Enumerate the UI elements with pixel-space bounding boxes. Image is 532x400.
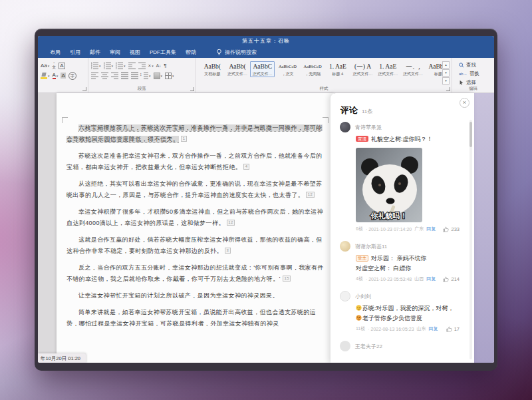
comment-floor: 11楼 [356,325,365,332]
avatar[interactable] [340,341,350,351]
tab-review[interactable]: 审阅 [110,49,120,56]
avatar[interactable] [340,241,350,252]
sort-button[interactable]: A↓ [156,63,162,68]
style-item[interactable]: AaBbCcD，正文 [275,61,300,77]
bullets-button[interactable]: ▾ [91,63,101,69]
scrollbar-thumb[interactable] [469,122,472,147]
paragraph[interactable]: 六枚宝箱摆放茶几上，苏晓这次开宝箱，准备操作一番，并非是与凯撒一同操作，那可能会… [66,122,324,145]
styles-group-label: 样式 [196,86,452,92]
styles-scroll-down-icon[interactable]: ▾ [442,69,450,77]
find-button[interactable]: 查找 [455,61,493,69]
paragraph[interactable]: 幸运女神积攒了很多年，才积攒50多滴幸运神血，但之前与苏晓合作两次后，她的幸运神… [66,206,324,229]
paragraph[interactable]: 这就是合作互赢的好处，倘若苏晓大幅度压榨幸运女神所得收益，那他的收益的确高，但这… [66,234,324,257]
comment-count-badge[interactable]: 1 [181,136,187,142]
document-page[interactable]: 六枚宝箱摆放茶几上，苏晓这次开宝箱，准备操作一番，并非是与凯撒一同操作，那可能会… [57,93,334,363]
replace-button[interactable]: ab→ 替换 [455,69,493,78]
comment-username[interactable]: 青诗苹果派 [355,124,382,131]
search-icon [459,63,464,68]
style-item[interactable]: AaBb(文档标题 [200,61,225,77]
comment-username[interactable]: 小剑剑 [355,293,371,300]
paragraph[interactable]: 让幸运女神帮忙开宝箱的计划之所以破产，是因为幸运女神的神灵因果。 [66,290,324,301]
highlight-color-button[interactable]: ▾ [41,73,50,79]
borders-button[interactable]: ▾ [165,73,174,79]
font-dialog-launcher[interactable] [82,87,86,91]
character-shading-button[interactable]: A [61,73,65,79]
style-item[interactable]: 一、,正式文件… [401,61,426,77]
paragraph[interactable]: 反之，当合作的双方五五分账时，幸运女神那边的想法就变成：‘你可别有事啊，我家有件… [66,262,324,285]
style-item[interactable]: AaBbCcD，无间隔 [301,61,325,77]
comments-scrollbar[interactable] [469,120,472,359]
paragraph-group: ▾ ▾ ▾ ×▾ A↓ ¶ ▾ ▾ ▾ [88,58,196,93]
paragraph[interactable]: 苏晓这次是准备把幸运女神召来，双方合作操作一番，之前双方合作后，他就准备今后的宝… [66,150,324,173]
selected-text[interactable]: 六枚宝箱摆放茶几上，苏晓这次开宝箱，准备操作一番，并非是与凯撒一同操作，那可能会… [66,124,323,142]
align-right-button[interactable] [111,73,118,79]
editing-group-label: 编辑 [452,86,494,92]
styles-scroll-up-icon[interactable]: ▴ [442,61,450,69]
style-item[interactable]: AaBb(正式文件… [225,61,250,77]
show-marks-button[interactable]: ¶ [164,63,166,69]
comment-count-badge[interactable]: 4 [243,164,249,170]
style-item[interactable]: 1. AaE标题 4 [326,61,350,77]
tab-layout[interactable]: 布局 [50,49,61,56]
window-titlebar: 第五十五章：召唤 [38,36,494,46]
shading-button[interactable]: ▾ [154,73,163,79]
like-count: 233 [451,226,460,232]
justify-button[interactable] [121,73,128,79]
styles-more-icon[interactable]: ▾ [442,77,450,85]
screen: 第五十五章：召唤 布局 引用 邮件 审阅 视图 PDF工具集 帮助 操作说明搜索… [38,36,494,363]
ribbon: Aa▾ ˇ文 A ▾ A▾ A 字 ▾ ▾ ▾ [38,58,494,93]
paragraph-dialog-launcher[interactable] [190,87,194,91]
line-spacing-button[interactable]: ▾ [141,73,151,79]
comment-username[interactable]: 王老夫子22 [355,343,382,350]
align-center-button[interactable] [101,73,108,79]
comment-count-badge[interactable]: 12 [306,192,314,198]
style-item-selected[interactable]: AaBbC正式文件… [250,61,275,77]
asian-layout-button[interactable]: ×▾ [148,63,154,69]
reply-button[interactable]: 回复 [426,276,436,282]
character-border-button[interactable]: A [59,63,65,69]
increase-indent-button[interactable] [138,63,146,69]
comment-footer: 6楼 · 2021-10-23 07:14:20 广东 回复 233 [356,226,460,232]
tab-references[interactable]: 引用 [70,49,80,56]
phonetic-guide-button[interactable]: ˇ文 [52,63,56,69]
comment-floor: 6楼 [356,226,363,232]
margin-mark [323,117,329,123]
comment-text: 苏晓:对乐园，我爱的深沉，对树， 老子管你多少负信誉度 [356,303,460,323]
comment-count-badge[interactable]: 3 [225,248,231,254]
font-color-button[interactable]: A▾ [53,73,59,79]
enclose-characters-button[interactable]: 字 [68,72,76,80]
tell-me-search[interactable]: 操作说明搜索 [216,49,257,56]
tab-view[interactable]: 视图 [130,49,140,56]
comment-footer: 11楼 · 2022-08-13 16:05:23 山东 回复 17 [356,325,460,332]
styles-dialog-launcher[interactable] [446,87,450,91]
avatar[interactable] [340,122,350,132]
tab-mailings[interactable]: 邮件 [90,49,100,56]
paragraph[interactable]: 简单来讲就是，如若幸运女神帮苏晓开宝箱，虽说能开出高收益，但也会透支苏晓的运势，… [66,307,324,329]
reply-button[interactable]: 回复 [426,226,436,232]
reply-button[interactable]: 回复 [429,325,438,332]
align-left-button[interactable] [91,73,98,79]
ribbon-tabs: 布局 引用 邮件 审阅 视图 PDF工具集 帮助 操作说明搜索 [38,46,494,58]
document-workspace: 六枚宝箱摆放茶几上，苏晓这次开宝箱，准备操作一番，并非是与凯撒一同操作，那可能会… [38,93,494,363]
close-icon[interactable]: × [460,98,469,108]
style-item[interactable]: (一) A正式文件… [350,61,375,77]
screen-glare [473,93,494,363]
tab-help[interactable]: 帮助 [186,49,196,56]
paragraph[interactable]: 从这拒绝，其实可以看出幸运女神的合作诚意，更准确的说，现在幸运女神是最不希望苏晓… [66,178,324,201]
like-count: 17 [454,326,460,332]
comment-username[interactable]: 谢谢尔斯基11 [355,243,387,250]
panda-meme-image[interactable]: 你礼貌吗！ [356,148,422,222]
distribute-button[interactable] [131,73,138,79]
change-case-button[interactable]: Aa▾ [41,63,49,69]
multilevel-list-button[interactable]: ▾ [116,63,126,69]
tab-pdf-tools[interactable]: PDF工具集 [150,49,176,56]
style-item[interactable]: 1. AaE正式文件… [376,61,400,77]
decrease-indent-button[interactable] [128,63,136,69]
comment-count-badge[interactable]: 12 [227,220,235,226]
avatar[interactable] [340,291,350,301]
like-button[interactable]: 214 [443,276,460,282]
like-button[interactable]: 17 [446,326,460,332]
like-button[interactable]: 233 [443,226,460,232]
numbering-button[interactable]: ▾ [104,63,114,69]
comment-count-badge[interactable]: 15 [283,276,291,282]
